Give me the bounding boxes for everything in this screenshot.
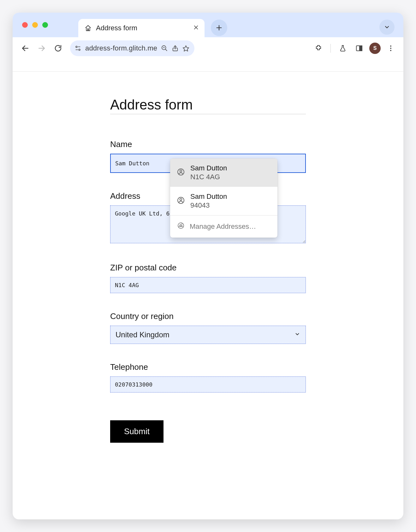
autofill-popup: Sam Dutton N1C 4AG Sam Dutton 94043 (170, 158, 277, 238)
label-name: Name (110, 139, 306, 149)
svg-point-2 (76, 46, 77, 48)
page-content: Address form Name Sam Dutton N1C 4AG (13, 72, 403, 462)
zoom-icon[interactable] (161, 45, 168, 52)
site-settings-icon[interactable] (74, 45, 81, 52)
browser-window: Address form address-form.glitch.me (13, 13, 403, 519)
autofill-suggestion-0[interactable]: Sam Dutton N1C 4AG (170, 158, 277, 187)
svg-line-7 (165, 49, 167, 51)
autofill-suggestion-name: Sam Dutton (190, 192, 227, 201)
autofill-manage-label: Manage Addresses… (190, 222, 256, 231)
toolbar-divider (330, 44, 331, 53)
svg-point-19 (180, 198, 182, 200)
chrome-icon (177, 222, 185, 231)
autofill-suggestion-sub: N1C 4AG (190, 173, 227, 181)
svg-marker-10 (183, 46, 189, 51)
browser-tab[interactable]: Address form (78, 19, 205, 37)
svg-point-17 (180, 170, 182, 172)
submit-button[interactable]: Submit (110, 420, 163, 443)
tab-favicon-icon (85, 25, 92, 32)
bookmark-star-icon[interactable] (182, 45, 189, 52)
label-telephone: Telephone (110, 362, 306, 372)
share-icon[interactable] (172, 45, 179, 52)
maximize-window-button[interactable] (42, 22, 48, 28)
labs-icon[interactable] (336, 42, 349, 55)
profile-avatar[interactable]: S (369, 43, 381, 54)
svg-point-13 (390, 45, 391, 47)
label-country: Country or region (110, 311, 306, 321)
avatar-initial: S (373, 45, 377, 51)
tabs-menu-button[interactable] (379, 20, 395, 35)
field-telephone: Telephone (110, 362, 306, 393)
autofill-suggestion-sub: 94043 (190, 201, 227, 210)
svg-rect-12 (360, 46, 362, 51)
svg-point-15 (390, 50, 391, 51)
address-bar[interactable]: address-form.glitch.me (70, 40, 194, 56)
back-button[interactable] (19, 42, 32, 55)
new-tab-button[interactable] (211, 20, 227, 36)
close-window-button[interactable] (22, 22, 28, 28)
autofill-manage-link[interactable]: Manage Addresses… (170, 216, 277, 238)
tab-title: Address form (96, 24, 137, 32)
titlebar: Address form (13, 13, 403, 37)
url-text: address-form.glitch.me (85, 44, 157, 52)
field-name: Name Sam Dutton N1C 4AG (110, 139, 306, 173)
svg-point-5 (79, 49, 80, 50)
label-postal: ZIP or postal code (110, 263, 306, 273)
extensions-icon[interactable] (312, 42, 325, 55)
kebab-menu-icon[interactable] (384, 42, 397, 55)
forward-button[interactable] (35, 42, 48, 55)
autofill-suggestion-1[interactable]: Sam Dutton 94043 (170, 187, 277, 215)
select-country[interactable]: United Kingdom (110, 326, 306, 344)
person-icon (177, 197, 185, 205)
toolbar: address-form.glitch.me S (13, 37, 403, 59)
svg-point-14 (390, 48, 391, 49)
window-controls (22, 22, 48, 28)
minimize-window-button[interactable] (32, 22, 38, 28)
reload-button[interactable] (52, 42, 64, 55)
side-panel-icon[interactable] (353, 42, 365, 55)
page-title: Address form (110, 97, 306, 114)
autofill-suggestion-name: Sam Dutton (190, 164, 227, 172)
field-country: Country or region United Kingdom (110, 311, 306, 344)
input-postal[interactable] (110, 277, 306, 293)
person-icon (177, 168, 185, 177)
tab-close-icon[interactable] (193, 24, 199, 32)
input-telephone[interactable] (110, 376, 306, 393)
field-postal: ZIP or postal code (110, 263, 306, 293)
